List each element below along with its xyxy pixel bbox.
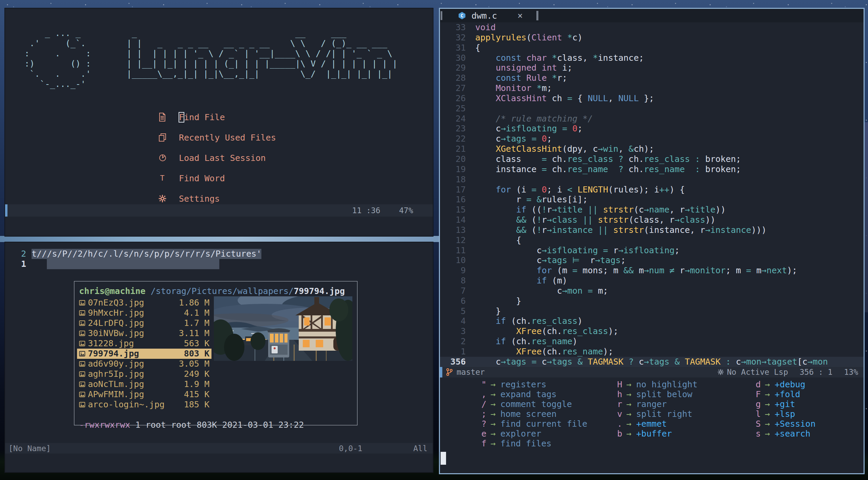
dashboard-menu-item-find-word[interactable]: TFind Word	[159, 173, 276, 183]
code-line[interactable]: 6 }	[440, 296, 864, 306]
code-line-current[interactable]: 356 c→tags = c→tags & TAGMASK ? c→tags &…	[440, 357, 864, 367]
window-lunarvim-dashboard[interactable]: _ ... _ _ __ ___ .' (_`. | | _ _ _ __ __…	[4, 8, 433, 237]
whichkey-binding[interactable]: g→+git	[714, 399, 815, 409]
buffer-line-2[interactable]: 2 t///s/P//2/h/c/.l/s/n/s/p/p/s/r/r/s/Pi…	[5, 249, 433, 259]
whichkey-key: g	[714, 399, 761, 409]
file-row[interactable]: 9hMxcHr.jpg4.1 M	[77, 308, 211, 318]
code-line[interactable]: 16 r = &rules[i];	[440, 195, 864, 205]
file-row[interactable]: APwFMIM.jpg415 K	[77, 389, 211, 400]
code-line[interactable]: 10 c→tags ⊨ r→tags;	[440, 255, 864, 265]
code-line[interactable]: 4 if (ch.res_class)	[440, 316, 864, 326]
dashboard-menu-item-load-last-session[interactable]: Load Last Session	[159, 153, 276, 163]
whichkey-key: ?	[440, 419, 486, 429]
code-line[interactable]: 27 Monitor *m;	[440, 83, 864, 93]
whichkey-binding[interactable]: h→split below	[576, 389, 698, 399]
line-number: 24	[440, 114, 470, 124]
dashboard-menu-item-find-file[interactable]: Find File	[159, 112, 276, 122]
code-line[interactable]: 26 XClassHint ch = { NULL, NULL };	[440, 93, 864, 104]
code-line[interactable]: 33void	[440, 22, 864, 33]
line-number: 26	[440, 93, 470, 104]
menu-item-label: Load Last Session	[179, 153, 266, 163]
file-name: 24LrDFQ.jpg	[88, 318, 144, 328]
line-number: 27	[440, 83, 470, 93]
dashboard-menu-item-settings[interactable]: Settings	[159, 193, 276, 204]
file-row-selected[interactable]: 799794.jpg803 K	[77, 349, 211, 359]
whichkey-binding[interactable]: "→registers	[440, 380, 587, 389]
code-line[interactable]: 31{	[440, 43, 864, 53]
whichkey-binding[interactable]: S→+Session	[714, 419, 815, 429]
code-line[interactable]: 3 XFree(ch.res_class);	[440, 326, 864, 336]
dashboard-menu-item-recently-used-files[interactable]: Recently Used Files	[159, 132, 276, 143]
window-scratch-buffer[interactable]: 2 t///s/P//2/h/c/.l/s/n/s/p/p/s/r/r/s/Pi…	[4, 242, 433, 473]
file-name: 30iNVBw.jpg	[88, 328, 144, 338]
whichkey-binding[interactable]: F→+fold	[714, 389, 815, 399]
file-row[interactable]: 31228.jpg563 K	[77, 338, 211, 349]
whichkey-binding[interactable]: s→+search	[714, 429, 815, 439]
window-code-editor[interactable]: C dwm.c × 33void32applyrules(Client *c)3…	[439, 8, 865, 474]
whichkey-binding[interactable]: ?→find current file	[440, 419, 587, 429]
whichkey-column-3: d→+debugF→+foldg→+gitl→+lspS→+Sessions→+…	[714, 380, 815, 439]
tab-dwm-c[interactable]: C dwm.c ×	[442, 9, 529, 22]
whichkey-binding[interactable]: /→comment toggle	[440, 399, 587, 409]
code-line[interactable]: 23 c→isfloating = 0;	[440, 124, 864, 134]
whichkey-binding[interactable]: f→find files	[440, 439, 587, 448]
code-line[interactable]: 29 unsigned int i;	[440, 63, 864, 73]
code-area[interactable]: 33void32applyrules(Client *c)31{30 const…	[440, 22, 864, 367]
tab-close-icon[interactable]: ×	[517, 11, 523, 21]
whichkey-binding[interactable]: b→+buffer	[576, 429, 698, 439]
whichkey-binding[interactable]: .→+emmet	[576, 419, 698, 429]
whichkey-binding[interactable]: ,→expand tags	[440, 389, 587, 399]
whichkey-binding[interactable]: ;→home screen	[440, 409, 587, 419]
code-line[interactable]: 17 for (i = 0; i < LENGTH(rules); i++) {	[440, 185, 864, 195]
code-line[interactable]: 11 c→isfloating = r→isfloating;	[440, 245, 864, 256]
file-row[interactable]: arco-login~.jpg185 K	[77, 400, 211, 410]
code-line[interactable]: 30 const char *class, *instance;	[440, 53, 864, 63]
code-line[interactable]: 7 c→mon = m;	[440, 286, 864, 296]
block-cursor: F	[179, 112, 184, 122]
whichkey-label: no highlight	[636, 380, 698, 389]
code-line[interactable]: 28 const Rule *r;	[440, 73, 864, 83]
code-line[interactable]: 1 XFree(ch.res_name);	[440, 347, 864, 357]
code-line[interactable]: 21 XGetClassHint(dpy, c→win, &ch);	[440, 144, 864, 154]
whichkey-binding[interactable]: v→split right	[576, 409, 698, 419]
code-line[interactable]: 12 {	[440, 235, 864, 245]
file-picker-panel[interactable]: chris@machine /storag/Pictures/wallpaper…	[74, 281, 357, 425]
file-row[interactable]: aghr5Ip.jpg249 K	[77, 369, 211, 379]
code-text: class = ch.res_class ? ch.res_class : br…	[470, 154, 741, 164]
line-number: 12	[440, 235, 470, 245]
buffer-line-1[interactable]: 1	[5, 259, 433, 269]
whichkey-key: .	[576, 419, 622, 429]
file-row[interactable]: 30iNVBw.jpg3.11 M	[77, 328, 211, 338]
arrow-right-icon: →	[761, 399, 775, 409]
code-line[interactable]: 8 if (m)	[440, 276, 864, 286]
code-line[interactable]: 19 instance = ch.res_name ? ch.res_name …	[440, 164, 864, 174]
code-line[interactable]: 14 && (!r→class || strstr(class, r→class…	[440, 215, 864, 225]
code-line[interactable]: 32applyrules(Client *c)	[440, 33, 864, 43]
code-line[interactable]: 24 /* rule matching */	[440, 114, 864, 124]
file-row[interactable]: 24LrDFQ.jpg1.7 M	[77, 318, 211, 328]
code-line[interactable]: 18	[440, 174, 864, 185]
code-line[interactable]: 22 c→tags = 0;	[440, 134, 864, 144]
code-line[interactable]: 15 if ((!r→title || strstr(c→name, r→tit…	[440, 205, 864, 215]
whichkey-binding[interactable]: r→ranger	[576, 399, 698, 409]
wallpaper-preview-image	[214, 296, 352, 361]
file-name: 9hMxcHr.jpg	[88, 308, 144, 318]
whichkey-key: s	[714, 429, 761, 439]
visual-selection-block	[47, 259, 219, 269]
code-line[interactable]: 13 && (!r→instance || strstr(instance, r…	[440, 225, 864, 235]
code-line[interactable]: 5 }	[440, 306, 864, 316]
whichkey-binding[interactable]: l→+lsp	[714, 409, 815, 419]
code-text: c→tags ⊨ r→tags;	[470, 255, 626, 265]
code-line[interactable]: 9 for (m = mons; m && m→num ≠ r→monitor;…	[440, 265, 864, 276]
whichkey-binding[interactable]: H→no highlight	[576, 380, 698, 389]
code-line[interactable]: 25	[440, 104, 864, 114]
whichkey-binding[interactable]: d→+debug	[714, 380, 815, 389]
code-line[interactable]: 20 class = ch.res_class ? ch.res_class :…	[440, 154, 864, 164]
whichkey-binding[interactable]: e→explorer	[440, 429, 587, 439]
code-line[interactable]: 2 if (ch.res_name)	[440, 336, 864, 347]
whichkey-column-2: H→no highlighth→split belowr→rangerv→spl…	[576, 380, 698, 439]
file-row[interactable]: aoNcTLm.jpg1.9 M	[77, 379, 211, 389]
file-row[interactable]: 07nEzQ3.jpg1.86 M	[77, 298, 211, 308]
file-row[interactable]: ad6v90y.jpg3.05 M	[77, 359, 211, 369]
file-meta: 1 root root 803K 2021-03-01 23:22	[130, 420, 304, 430]
